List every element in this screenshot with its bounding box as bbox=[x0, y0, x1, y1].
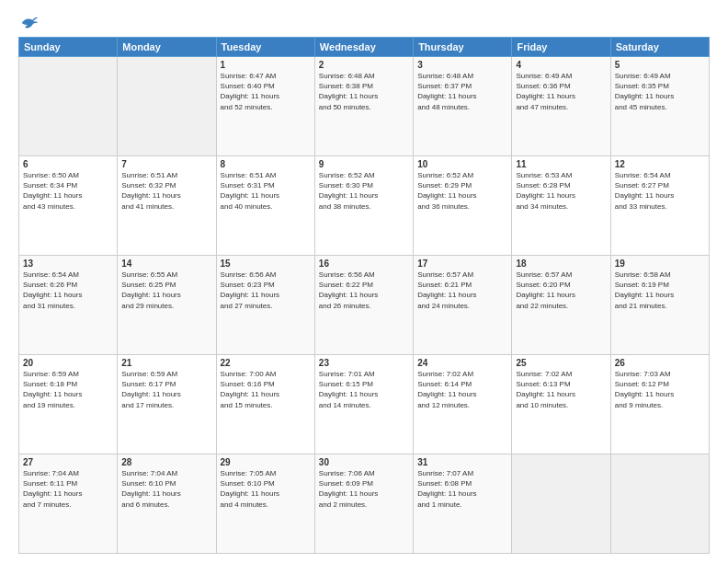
calendar-week-5: 27Sunrise: 7:04 AMSunset: 6:11 PMDayligh… bbox=[19, 454, 710, 554]
day-info: Sunrise: 6:52 AMSunset: 6:30 PMDaylight:… bbox=[319, 170, 409, 212]
calendar-cell: 14Sunrise: 6:55 AMSunset: 6:25 PMDayligh… bbox=[118, 256, 216, 355]
day-number: 8 bbox=[221, 159, 311, 169]
day-info: Sunrise: 6:59 AMSunset: 6:18 PMDaylight:… bbox=[23, 369, 113, 410]
day-number: 7 bbox=[121, 159, 211, 169]
day-info: Sunrise: 7:02 AMSunset: 6:13 PMDaylight:… bbox=[516, 369, 606, 410]
day-info: Sunrise: 6:58 AMSunset: 6:19 PMDaylight:… bbox=[615, 270, 705, 311]
day-info: Sunrise: 6:52 AMSunset: 6:29 PMDaylight:… bbox=[417, 170, 507, 212]
calendar-cell: 3Sunrise: 6:48 AMSunset: 6:37 PMDaylight… bbox=[414, 57, 512, 156]
calendar-cell: 30Sunrise: 7:06 AMSunset: 6:09 PMDayligh… bbox=[314, 454, 413, 554]
day-info: Sunrise: 6:51 AMSunset: 6:31 PMDaylight:… bbox=[221, 170, 311, 212]
day-info: Sunrise: 6:57 AMSunset: 6:21 PMDaylight:… bbox=[417, 270, 507, 311]
day-number: 1 bbox=[221, 60, 311, 70]
calendar-cell: 5Sunrise: 6:49 AMSunset: 6:35 PMDaylight… bbox=[610, 57, 709, 156]
day-info: Sunrise: 6:59 AMSunset: 6:17 PMDaylight:… bbox=[121, 369, 211, 410]
calendar-cell: 6Sunrise: 6:50 AMSunset: 6:34 PMDaylight… bbox=[19, 156, 118, 256]
day-number: 4 bbox=[516, 60, 606, 70]
calendar-week-1: 1Sunrise: 6:47 AMSunset: 6:40 PMDaylight… bbox=[19, 57, 710, 156]
day-info: Sunrise: 6:47 AMSunset: 6:40 PMDaylight:… bbox=[221, 71, 311, 112]
calendar-week-3: 13Sunrise: 6:54 AMSunset: 6:26 PMDayligh… bbox=[19, 256, 710, 355]
calendar-cell: 12Sunrise: 6:54 AMSunset: 6:27 PMDayligh… bbox=[610, 156, 709, 256]
day-number: 10 bbox=[417, 159, 507, 169]
logo bbox=[18, 15, 39, 31]
day-number: 9 bbox=[319, 159, 409, 169]
day-info: Sunrise: 7:03 AMSunset: 6:12 PMDaylight:… bbox=[615, 369, 705, 410]
weekday-header-sunday: Sunday bbox=[19, 38, 118, 57]
logo-bird-icon bbox=[20, 15, 39, 31]
calendar-cell: 18Sunrise: 6:57 AMSunset: 6:20 PMDayligh… bbox=[512, 256, 610, 355]
calendar-cell: 11Sunrise: 6:53 AMSunset: 6:28 PMDayligh… bbox=[512, 156, 610, 256]
calendar-cell: 9Sunrise: 6:52 AMSunset: 6:30 PMDaylight… bbox=[314, 156, 413, 256]
calendar-cell: 15Sunrise: 6:56 AMSunset: 6:23 PMDayligh… bbox=[216, 256, 314, 355]
weekday-header-friday: Friday bbox=[512, 38, 610, 57]
day-info: Sunrise: 7:04 AMSunset: 6:11 PMDaylight:… bbox=[23, 468, 113, 510]
calendar-cell: 16Sunrise: 6:56 AMSunset: 6:22 PMDayligh… bbox=[314, 256, 413, 355]
day-number: 24 bbox=[417, 358, 507, 368]
calendar-cell: 25Sunrise: 7:02 AMSunset: 6:13 PMDayligh… bbox=[512, 355, 610, 454]
day-info: Sunrise: 6:49 AMSunset: 6:35 PMDaylight:… bbox=[615, 71, 705, 112]
calendar-cell bbox=[118, 57, 216, 156]
day-info: Sunrise: 7:02 AMSunset: 6:14 PMDaylight:… bbox=[417, 369, 507, 410]
day-number: 5 bbox=[615, 60, 705, 70]
day-info: Sunrise: 6:48 AMSunset: 6:38 PMDaylight:… bbox=[319, 71, 409, 112]
calendar-cell bbox=[512, 454, 610, 554]
day-number: 2 bbox=[319, 60, 409, 70]
day-info: Sunrise: 7:07 AMSunset: 6:08 PMDaylight:… bbox=[417, 468, 507, 510]
day-number: 3 bbox=[417, 60, 507, 70]
day-number: 20 bbox=[23, 358, 113, 368]
weekday-header-thursday: Thursday bbox=[414, 38, 512, 57]
day-number: 17 bbox=[417, 259, 507, 269]
day-info: Sunrise: 6:56 AMSunset: 6:22 PMDaylight:… bbox=[319, 270, 409, 311]
calendar-cell: 1Sunrise: 6:47 AMSunset: 6:40 PMDaylight… bbox=[216, 57, 314, 156]
day-number: 14 bbox=[121, 259, 211, 269]
day-info: Sunrise: 6:55 AMSunset: 6:25 PMDaylight:… bbox=[121, 270, 211, 311]
calendar-cell: 23Sunrise: 7:01 AMSunset: 6:15 PMDayligh… bbox=[314, 355, 413, 454]
day-number: 6 bbox=[23, 159, 113, 169]
calendar-cell: 4Sunrise: 6:49 AMSunset: 6:36 PMDaylight… bbox=[512, 57, 610, 156]
day-number: 29 bbox=[221, 457, 311, 467]
weekday-header-monday: Monday bbox=[118, 38, 216, 57]
calendar-cell: 2Sunrise: 6:48 AMSunset: 6:38 PMDaylight… bbox=[314, 57, 413, 156]
calendar-cell: 26Sunrise: 7:03 AMSunset: 6:12 PMDayligh… bbox=[610, 355, 709, 454]
day-info: Sunrise: 7:04 AMSunset: 6:10 PMDaylight:… bbox=[121, 468, 211, 510]
day-info: Sunrise: 6:53 AMSunset: 6:28 PMDaylight:… bbox=[516, 170, 606, 212]
weekday-header-row: SundayMondayTuesdayWednesdayThursdayFrid… bbox=[19, 38, 710, 57]
day-info: Sunrise: 6:57 AMSunset: 6:20 PMDaylight:… bbox=[516, 270, 606, 311]
day-number: 26 bbox=[615, 358, 705, 368]
calendar-cell: 20Sunrise: 6:59 AMSunset: 6:18 PMDayligh… bbox=[19, 355, 118, 454]
day-info: Sunrise: 7:00 AMSunset: 6:16 PMDaylight:… bbox=[221, 369, 311, 410]
calendar-cell: 29Sunrise: 7:05 AMSunset: 6:10 PMDayligh… bbox=[216, 454, 314, 554]
calendar-cell: 28Sunrise: 7:04 AMSunset: 6:10 PMDayligh… bbox=[118, 454, 216, 554]
day-info: Sunrise: 7:06 AMSunset: 6:09 PMDaylight:… bbox=[319, 468, 409, 510]
day-info: Sunrise: 7:05 AMSunset: 6:10 PMDaylight:… bbox=[221, 468, 311, 510]
calendar-cell: 17Sunrise: 6:57 AMSunset: 6:21 PMDayligh… bbox=[414, 256, 512, 355]
weekday-header-wednesday: Wednesday bbox=[314, 38, 413, 57]
weekday-header-tuesday: Tuesday bbox=[216, 38, 314, 57]
day-number: 31 bbox=[417, 457, 507, 467]
day-info: Sunrise: 6:51 AMSunset: 6:32 PMDaylight:… bbox=[121, 170, 211, 212]
weekday-header-saturday: Saturday bbox=[610, 38, 709, 57]
day-number: 28 bbox=[121, 457, 211, 467]
calendar-cell: 31Sunrise: 7:07 AMSunset: 6:08 PMDayligh… bbox=[414, 454, 512, 554]
calendar-header: SundayMondayTuesdayWednesdayThursdayFrid… bbox=[19, 38, 710, 57]
day-number: 13 bbox=[23, 259, 113, 269]
day-number: 21 bbox=[121, 358, 211, 368]
calendar-table: SundayMondayTuesdayWednesdayThursdayFrid… bbox=[18, 37, 710, 554]
calendar-cell bbox=[19, 57, 118, 156]
day-info: Sunrise: 6:54 AMSunset: 6:26 PMDaylight:… bbox=[23, 270, 113, 311]
day-number: 22 bbox=[221, 358, 311, 368]
day-number: 27 bbox=[23, 457, 113, 467]
calendar-cell: 19Sunrise: 6:58 AMSunset: 6:19 PMDayligh… bbox=[610, 256, 709, 355]
calendar-cell: 8Sunrise: 6:51 AMSunset: 6:31 PMDaylight… bbox=[216, 156, 314, 256]
day-number: 25 bbox=[516, 358, 606, 368]
day-number: 11 bbox=[516, 159, 606, 169]
day-info: Sunrise: 6:48 AMSunset: 6:37 PMDaylight:… bbox=[417, 71, 507, 112]
day-number: 16 bbox=[319, 259, 409, 269]
calendar-cell: 13Sunrise: 6:54 AMSunset: 6:26 PMDayligh… bbox=[19, 256, 118, 355]
calendar-cell: 24Sunrise: 7:02 AMSunset: 6:14 PMDayligh… bbox=[414, 355, 512, 454]
day-number: 18 bbox=[516, 259, 606, 269]
day-number: 19 bbox=[615, 259, 705, 269]
day-info: Sunrise: 6:56 AMSunset: 6:23 PMDaylight:… bbox=[221, 270, 311, 311]
day-number: 12 bbox=[615, 159, 705, 169]
calendar-cell: 27Sunrise: 7:04 AMSunset: 6:11 PMDayligh… bbox=[19, 454, 118, 554]
